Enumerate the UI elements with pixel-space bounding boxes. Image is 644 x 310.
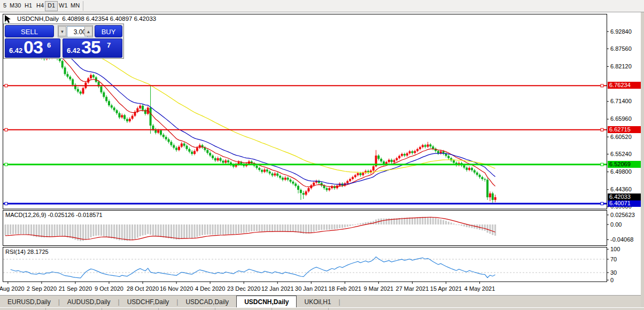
current-price-label: 6.42033 [608,193,643,200]
price-line-label-6.52069: 6.52069 [608,161,643,168]
date-tick-21-Sep-2020: 21 Sep 2020 [59,285,92,292]
date-tick-28-Oct-2020: 28 Oct 2020 [127,285,159,292]
price-tick-6.49800: 6.49800 [610,168,632,175]
line-handle[interactable] [601,202,603,205]
macd-tick--0.04068: -0.04068 [610,236,633,243]
volume-decrease-button[interactable]: ▼ [58,26,66,36]
date-tick-23-Dec-2020: 23 Dec 2020 [227,285,260,292]
date-tick-14-Aug-2020: 14 Aug 2020 [0,285,25,292]
chart-symbol-period: USDCNH,Daily [17,15,59,22]
buy-price-small: 6.42 [67,46,80,55]
date-tick-9-Mar-2021: 9 Mar 2021 [364,285,394,292]
macd-tick-0.025623: 0.025623 [610,212,635,218]
rsi-tick-0: 0 [610,277,614,283]
price-tick-6.55240: 6.55240 [610,151,632,157]
toolbar-separator [83,1,83,11]
status-separator [271,308,272,310]
timeframe-button-M30[interactable]: M30 [7,1,23,10]
price-tick-6.60520: 6.60520 [610,134,632,140]
sell-button[interactable]: SELL [5,25,54,37]
rsi-tick-70: 70 [610,256,617,262]
line-handle[interactable] [5,84,7,87]
date-tick-4-May-2021: 4 May 2021 [464,285,495,292]
date-tick-2-Sep-2020: 2 Sep 2020 [27,285,57,292]
date-tick-15-Apr-2021: 15 Apr 2021 [430,285,462,292]
line-handle[interactable] [5,202,7,205]
buy-price-sup: 7 [107,41,111,49]
date-tick-9-Oct-2020: 9 Oct 2020 [95,285,123,292]
tab-USDCNH-Daily[interactable]: USDCNH,Daily [236,296,297,308]
price-line-label-6.62715: 6.62715 [608,126,643,133]
price-tick-6.87560: 6.87560 [610,45,632,52]
buy-price-big: 35 [81,37,100,58]
window-right-edge [641,12,644,307]
price-line-label-6.40071: 6.40071 [608,200,643,207]
buy-button[interactable]: BUY [95,25,122,37]
line-handle[interactable] [5,128,7,131]
tab-AUDUSD-Daily[interactable]: AUDUSD,Daily [60,296,118,308]
timeframe-button-MN[interactable]: MN [68,1,82,10]
price-line-label-6.76234: 6.76234 [608,82,643,89]
chart-ohlc-values: 6.40898 6.42354 6.40897 6.42033 [62,15,156,22]
line-handle[interactable] [601,128,603,131]
timeframe-button-W1[interactable]: W1 [57,1,70,10]
sell-quote[interactable]: 6.42 03 6 [5,38,60,58]
status-separator [45,308,46,310]
price-tick-6.82120: 6.82120 [610,63,632,69]
line-handle[interactable] [601,163,603,166]
volume-increase-button[interactable]: ▲ [84,26,92,36]
tab-separator: | [339,298,340,306]
one-click-trading-panel: SELL ▼ ▲ BUY 6.42 03 6 6.42 35 7 [3,24,124,59]
timeframe-button-D1[interactable]: D1 [45,1,58,11]
buy-quote[interactable]: 6.42 35 7 [63,38,122,58]
date-tick-4-Dec-2020: 4 Dec 2020 [195,285,225,292]
sell-price-big: 03 [24,37,43,58]
chart-title: USDCNH,Daily 6.40898 6.42354 6.40897 6.4… [17,15,156,22]
date-tick-12-Jan-2021: 12 Jan 2021 [261,285,294,292]
date-tick-30-Jan-2021: 30 Jan 2021 [295,285,328,292]
status-separator [158,308,159,310]
status-separator [102,308,102,310]
line-handle[interactable] [601,84,603,87]
tab-USDCHF-Daily[interactable]: USDCHF,Daily [120,296,177,308]
volume-stepper: ▼ ▲ [58,25,93,37]
tab-USDCAD-Daily[interactable]: USDCAD,Daily [178,296,236,308]
cursor-arrow-icon [4,14,16,24]
tab-UKOil-H1[interactable]: UKOil,H1 [297,296,338,308]
chart-tabs-bar: EURUSD,Daily|AUDUSD,Daily|USDCHF,Daily|U… [0,295,644,308]
date-tick-18-Feb-2021: 18 Feb 2021 [328,285,361,292]
rsi-tick-100: 100 [610,246,620,252]
macd-label: MACD(12,26,9) -0.025126 -0.018571 [5,212,103,218]
price-tick-6.65960: 6.65960 [610,115,632,122]
price-tick-6.44360: 6.44360 [610,186,632,192]
timeframe-button-H1[interactable]: H1 [22,1,34,10]
price-tick-6.92840: 6.92840 [610,28,632,35]
price-tick-6.71400: 6.71400 [610,98,632,104]
trading-platform-window: 5M30H1H4D1W1MN USDCNH,Daily 6.40898 6.42… [0,0,644,310]
timeframe-button-H4[interactable]: H4 [34,1,46,10]
rsi-tick-30: 30 [610,269,617,276]
date-tick-27-Mar-2021: 27 Mar 2021 [396,285,429,292]
status-separator [328,308,329,310]
sell-price-sup: 6 [47,41,51,49]
macd-tick-0.00: 0.00 [610,221,622,228]
sell-price-small: 6.42 [9,46,22,55]
rsi-label: RSI(14) 28.1725 [5,249,49,255]
timeframe-toolbar: 5M30H1H4D1W1MN [0,0,644,12]
date-tick-16-Nov-2020: 16 Nov 2020 [160,285,193,292]
status-strip [0,307,644,310]
line-handle[interactable] [5,163,7,166]
rsi-panel-frame [3,247,607,282]
tab-EURUSD-Daily[interactable]: EURUSD,Daily [0,296,58,308]
status-separator [215,308,215,310]
